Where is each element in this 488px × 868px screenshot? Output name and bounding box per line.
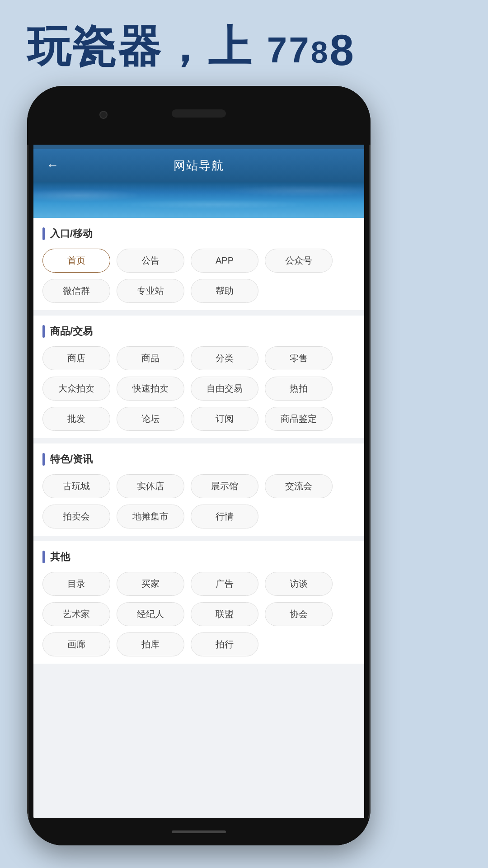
tag-btn-entry-3[interactable]: 公众号 xyxy=(265,249,333,273)
home-indicator xyxy=(172,830,226,833)
section-indicator-icon xyxy=(42,325,45,338)
ocean-image xyxy=(33,182,364,218)
tag-btn-goods-4[interactable]: 大众拍卖 xyxy=(42,377,110,401)
tag-btn-goods-3[interactable]: 零售 xyxy=(265,346,333,370)
section-title-features: 特色/资讯 xyxy=(42,453,355,466)
tag-btn-features-6[interactable]: 行情 xyxy=(191,505,258,528)
tag-btn-goods-1[interactable]: 商品 xyxy=(117,346,184,370)
phone-top-bezel xyxy=(27,86,371,145)
tag-btn-goods-0[interactable]: 商店 xyxy=(42,346,110,370)
tags-grid-goods: 商店商品分类零售大众拍卖快速拍卖自由交易热拍批发论坛订阅商品鉴定 xyxy=(42,346,355,431)
tag-btn-others-7[interactable]: 协会 xyxy=(265,602,333,626)
section-label-others: 其他 xyxy=(50,550,70,564)
tag-btn-features-4[interactable]: 拍卖会 xyxy=(42,505,110,528)
tag-btn-goods-6[interactable]: 自由交易 xyxy=(191,377,258,401)
section-title-others: 其他 xyxy=(42,550,355,564)
tag-btn-features-3[interactable]: 交流会 xyxy=(265,474,333,498)
app-tagline: 玩瓷器，上 7788 xyxy=(27,18,356,77)
earpiece-speaker xyxy=(172,109,226,118)
tag-btn-features-5[interactable]: 地摊集市 xyxy=(117,505,184,528)
tag-btn-goods-11[interactable]: 商品鉴定 xyxy=(265,407,333,431)
tag-btn-features-2[interactable]: 展示馆 xyxy=(191,474,258,498)
tag-btn-goods-7[interactable]: 热拍 xyxy=(265,377,333,401)
tag-btn-goods-8[interactable]: 批发 xyxy=(42,407,110,431)
tag-btn-others-3[interactable]: 访谈 xyxy=(265,572,333,596)
tag-btn-others-0[interactable]: 目录 xyxy=(42,572,110,596)
section-title-entry: 入口/移动 xyxy=(42,227,355,241)
tag-btn-others-4[interactable]: 艺术家 xyxy=(42,602,110,626)
content-area[interactable]: 入口/移动首页公告APP公众号微信群专业站帮助商品/交易商店商品分类零售大众拍卖… xyxy=(33,218,364,818)
tag-btn-goods-9[interactable]: 论坛 xyxy=(117,407,184,431)
tags-grid-features: 古玩城实体店展示馆交流会拍卖会地摊集市行情 xyxy=(42,474,355,528)
section-indicator-icon xyxy=(42,453,45,466)
tag-btn-features-1[interactable]: 实体店 xyxy=(117,474,184,498)
tag-btn-others-9[interactable]: 拍库 xyxy=(117,632,184,656)
tag-btn-goods-2[interactable]: 分类 xyxy=(191,346,258,370)
section-indicator-icon xyxy=(42,227,45,240)
tag-btn-others-5[interactable]: 经纪人 xyxy=(117,602,184,626)
section-indicator-icon xyxy=(42,551,45,563)
section-label-entry: 入口/移动 xyxy=(50,227,93,241)
tag-btn-entry-5[interactable]: 专业站 xyxy=(117,279,184,303)
tag-btn-others-6[interactable]: 联盟 xyxy=(191,602,258,626)
tag-btn-entry-1[interactable]: 公告 xyxy=(117,249,184,273)
tag-btn-entry-0[interactable]: 首页 xyxy=(42,249,110,273)
tag-btn-entry-2[interactable]: APP xyxy=(191,249,258,273)
phone-frame: HD 4G 👁 🔔 3:01 xyxy=(27,86,371,845)
front-camera xyxy=(99,111,108,119)
tag-btn-goods-5[interactable]: 快速拍卖 xyxy=(117,377,184,401)
section-label-features: 特色/资讯 xyxy=(50,453,93,466)
wave-decoration xyxy=(33,182,364,218)
section-goods: 商品/交易商店商品分类零售大众拍卖快速拍卖自由交易热拍批发论坛订阅商品鉴定 xyxy=(33,316,364,438)
tag-btn-entry-4[interactable]: 微信群 xyxy=(42,279,110,303)
tags-grid-entry: 首页公告APP公众号微信群专业站帮助 xyxy=(42,249,355,303)
app-header: ← 网站导航 xyxy=(33,149,364,182)
tag-btn-features-0[interactable]: 古玩城 xyxy=(42,474,110,498)
section-label-goods: 商品/交易 xyxy=(50,325,93,338)
section-title-goods: 商品/交易 xyxy=(42,325,355,338)
tag-btn-others-1[interactable]: 买家 xyxy=(117,572,184,596)
phone-screen: HD 4G 👁 🔔 3:01 xyxy=(33,131,364,818)
tags-grid-others: 目录买家广告访谈艺术家经纪人联盟协会画廊拍库拍行 xyxy=(42,572,355,656)
phone-bottom-bezel xyxy=(27,818,371,845)
back-button[interactable]: ← xyxy=(42,155,62,176)
tag-btn-others-2[interactable]: 广告 xyxy=(191,572,258,596)
section-features: 特色/资讯古玩城实体店展示馆交流会拍卖会地摊集市行情 xyxy=(33,443,364,536)
tag-btn-entry-6[interactable]: 帮助 xyxy=(191,279,258,303)
section-others: 其他目录买家广告访谈艺术家经纪人联盟协会画廊拍库拍行 xyxy=(33,541,364,664)
tag-btn-goods-10[interactable]: 订阅 xyxy=(191,407,258,431)
tag-btn-others-10[interactable]: 拍行 xyxy=(191,632,258,656)
page-title: 网站导航 xyxy=(174,158,224,174)
section-entry: 入口/移动首页公告APP公众号微信群专业站帮助 xyxy=(33,218,364,310)
tag-btn-others-8[interactable]: 画廊 xyxy=(42,632,110,656)
